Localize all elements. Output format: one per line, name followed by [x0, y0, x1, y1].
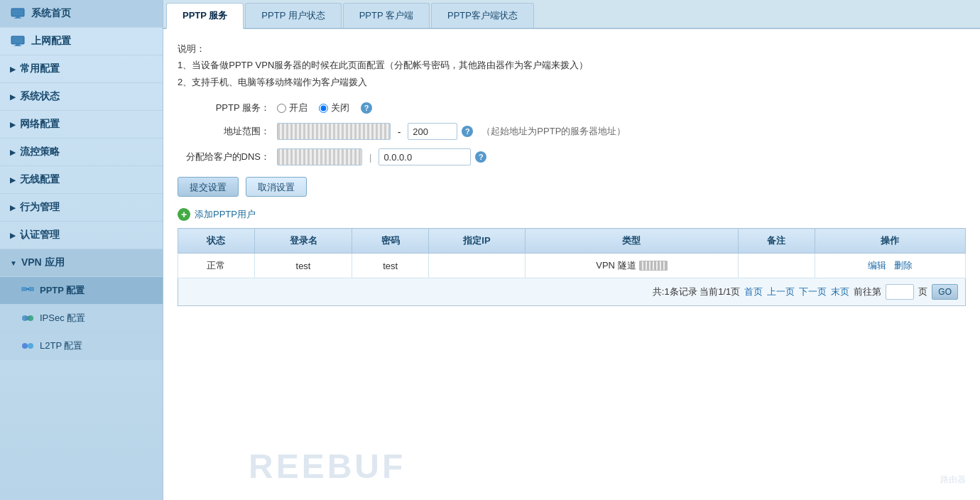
svg-point-13	[28, 343, 33, 349]
pagination-info: 共:1条记录 当前1/1页	[653, 286, 741, 298]
svg-rect-1	[16, 16, 20, 18]
svg-rect-6	[21, 287, 27, 291]
service-off-radio[interactable]	[319, 104, 328, 113]
service-row: PPTP 服务： 开启 关闭 ?	[178, 102, 966, 114]
dns-control: | 0.0.0.0 ?	[277, 148, 486, 165]
col-actions: 操作	[815, 229, 965, 254]
pagination-prev[interactable]: 上一页	[767, 286, 795, 298]
cell-status: 正常	[178, 254, 255, 278]
sidebar-item-net-setup[interactable]: ▶ 网络配置	[0, 111, 163, 138]
sidebar-item-label: 上网配置	[31, 35, 71, 48]
cell-password: test	[352, 254, 429, 278]
sidebar-item-wifi-config[interactable]: ▶ 无线配置	[0, 166, 163, 194]
col-type: 类型	[525, 229, 738, 254]
sidebar-item-label: VPN 应用	[21, 256, 65, 269]
pagination-page-input[interactable]	[886, 284, 914, 300]
pagination-next[interactable]: 下一页	[799, 286, 827, 298]
cell-actions: 编辑 删除	[815, 254, 965, 278]
add-user-icon[interactable]: +	[178, 208, 190, 221]
svg-rect-11	[26, 316, 30, 320]
sidebar-item-l2tp-config[interactable]: L2TP 配置	[0, 332, 163, 360]
service-label: PPTP 服务：	[178, 102, 277, 114]
dns-help-icon[interactable]: ?	[475, 151, 486, 163]
svg-rect-5	[14, 45, 21, 46]
dns-label: 分配给客户的DNS：	[178, 151, 277, 163]
sidebar-item-flow-policy[interactable]: ▶ 流控策略	[0, 138, 163, 166]
description-block: 说明： 1、当设备做PPTP VPN服务器的时候在此页面配置（分配帐号密码，其他…	[178, 40, 966, 90]
add-user-section: + 添加PPTP用户	[178, 208, 966, 221]
description-title: 说明：	[178, 40, 966, 57]
user-table: 状态 登录名 密码 指定IP 类型 备注 操作 正常 test test	[178, 228, 966, 278]
description-line1: 1、当设备做PPTP VPN服务器的时候在此页面配置（分配帐号密码，其他路由器作…	[178, 57, 966, 73]
address-hint: （起始地址为PPTP的服务器地址）	[481, 125, 626, 138]
description-line2: 2、支持手机、电脑等移动终端作为客户端拨入	[178, 74, 966, 90]
sidebar-item-behavior-mgmt[interactable]: ▶ 行为管理	[0, 194, 163, 222]
action-buttons: 提交设置 取消设置	[178, 177, 966, 197]
tab-pptp-client[interactable]: PPTP 客户端	[343, 3, 430, 28]
address-start-input[interactable]	[277, 123, 391, 140]
delete-button[interactable]: 删除	[894, 260, 913, 271]
sidebar-item-auth-mgmt[interactable]: ▶ 认证管理	[0, 222, 163, 249]
service-on-text: 开启	[289, 102, 307, 114]
svg-rect-0	[11, 9, 24, 16]
pagination-go-button[interactable]: GO	[932, 284, 958, 300]
svg-rect-7	[28, 287, 34, 291]
pagination-goto-suffix: 页	[918, 286, 927, 298]
arrow-icon: ▶	[10, 148, 16, 156]
address-label: 地址范围：	[178, 125, 277, 138]
sidebar-item-label: IPSec 配置	[40, 312, 85, 325]
submit-button[interactable]: 提交设置	[178, 177, 239, 197]
arrow-icon: ▶	[10, 121, 16, 129]
arrow-icon: ▶	[10, 93, 16, 101]
dns-row: 分配给客户的DNS： | 0.0.0.0 ?	[178, 148, 966, 165]
sidebar-item-common-config[interactable]: ▶ 常用配置	[0, 55, 163, 83]
sidebar-item-label: L2TP 配置	[40, 339, 82, 352]
address-end-input[interactable]	[408, 123, 457, 140]
add-user-label[interactable]: 添加PPTP用户	[195, 208, 256, 221]
edit-button[interactable]: 编辑	[868, 260, 886, 271]
monitor-icon	[10, 8, 26, 19]
tab-bar: PPTP 服务 PPTP 用户状态 PPTP 客户端 PPTP客户端状态	[163, 0, 980, 29]
sidebar-item-sys-home[interactable]: 系统首页	[0, 0, 163, 28]
sidebar-item-label: 行为管理	[20, 201, 60, 214]
tab-pptp-client-status[interactable]: PPTP客户端状态	[431, 3, 534, 28]
col-username: 登录名	[254, 229, 352, 254]
dns-server-input[interactable]	[277, 148, 362, 165]
sidebar-item-label: 网络配置	[20, 118, 60, 131]
arrow-icon: ▶	[10, 65, 16, 73]
address-row: 地址范围： - ? （起始地址为PPTP的服务器地址）	[178, 123, 966, 140]
pptp-icon	[20, 285, 36, 296]
pagination-bar: 共:1条记录 当前1/1页 首页 上一页 下一页 末页 前往第 页 GO	[178, 278, 966, 306]
sidebar-item-label: 系统首页	[31, 7, 71, 20]
tab-pptp-user-status[interactable]: PPTP 用户状态	[245, 3, 341, 28]
svg-rect-2	[14, 18, 21, 18]
monitor2-icon	[10, 36, 26, 47]
ipsec-icon	[20, 312, 36, 324]
sidebar-item-pptp-config[interactable]: PPTP 配置	[0, 277, 163, 305]
col-password: 密码	[352, 229, 429, 254]
col-ip: 指定IP	[429, 229, 526, 254]
tab-pptp-service[interactable]: PPTP 服务	[166, 3, 244, 29]
col-status: 状态	[178, 229, 255, 254]
service-off-label[interactable]: 关闭	[319, 102, 349, 114]
cell-type: VPN 隧道	[525, 254, 738, 278]
cancel-button[interactable]: 取消设置	[246, 177, 307, 197]
address-help-icon[interactable]: ?	[462, 126, 473, 137]
pagination-last[interactable]: 末页	[831, 286, 849, 298]
table-row: 正常 test test VPN 隧道 编辑 删除	[178, 254, 966, 278]
service-help-icon[interactable]: ?	[361, 102, 372, 114]
sidebar-item-ipsec-config[interactable]: IPSec 配置	[0, 305, 163, 332]
service-on-label[interactable]: 开启	[277, 102, 307, 114]
sidebar-item-label: 认证管理	[20, 229, 60, 241]
address-control: - ? （起始地址为PPTP的服务器地址）	[277, 123, 626, 140]
service-off-text: 关闭	[331, 102, 349, 114]
dns-value-input[interactable]: 0.0.0.0	[379, 148, 471, 165]
sidebar-item-vpn-app[interactable]: ▼ VPN 应用	[0, 249, 163, 277]
service-on-radio[interactable]	[277, 104, 286, 113]
pagination-first[interactable]: 首页	[744, 286, 763, 298]
sidebar-item-label: PPTP 配置	[40, 284, 85, 297]
sidebar-item-net-config[interactable]: 上网配置	[0, 28, 163, 55]
pagination-goto-prefix: 前往第	[854, 286, 881, 298]
l2tp-icon	[20, 340, 36, 352]
sidebar-item-sys-status[interactable]: ▶ 系统状态	[0, 83, 163, 111]
